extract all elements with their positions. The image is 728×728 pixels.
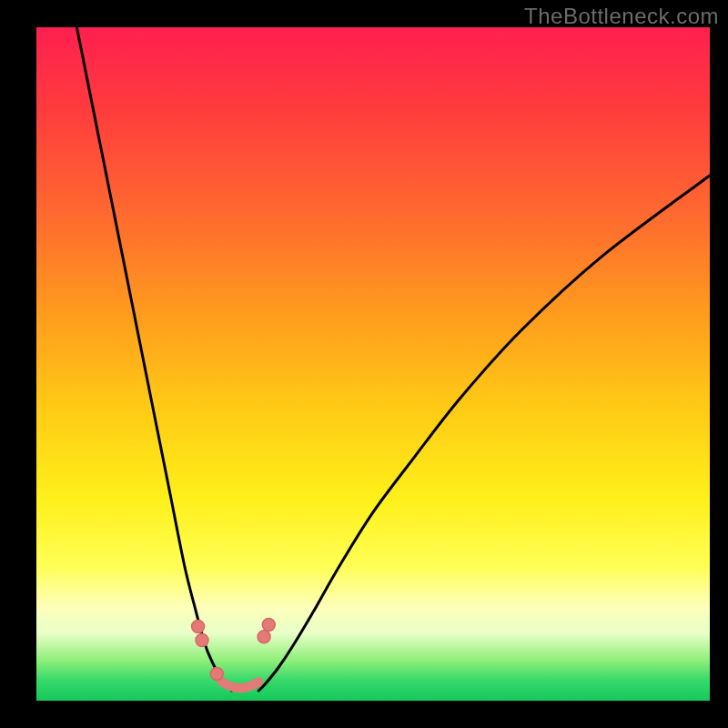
curve-right-branch	[258, 176, 710, 691]
watermark-text: TheBottleneck.com	[524, 4, 719, 29]
curve-overlay	[36, 27, 710, 701]
valley-floor-marker	[222, 682, 259, 688]
data-markers	[192, 618, 276, 680]
data-marker	[258, 631, 270, 643]
data-marker	[210, 667, 223, 680]
data-marker	[192, 621, 205, 633]
data-marker	[262, 618, 275, 631]
chart-root: TheBottleneck.com	[0, 0, 728, 728]
data-marker	[196, 633, 208, 646]
curve-left-branch	[76, 27, 231, 691]
plot-area	[36, 27, 710, 701]
